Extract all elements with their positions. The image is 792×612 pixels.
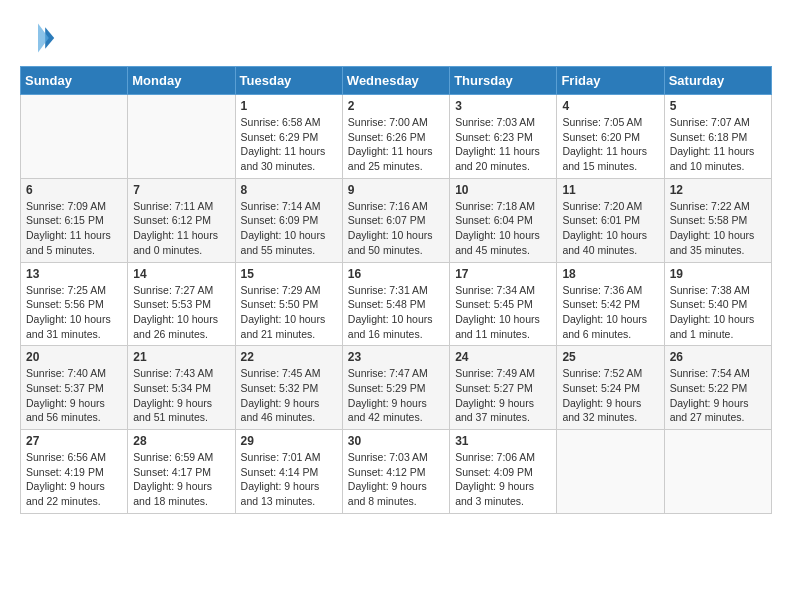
day-number: 7 [133, 183, 229, 197]
day-cell: 15Sunrise: 7:29 AM Sunset: 5:50 PM Dayli… [235, 262, 342, 346]
page-header [20, 20, 772, 56]
day-detail: Sunrise: 7:25 AM Sunset: 5:56 PM Dayligh… [26, 283, 122, 342]
day-cell: 28Sunrise: 6:59 AM Sunset: 4:17 PM Dayli… [128, 430, 235, 514]
day-detail: Sunrise: 7:20 AM Sunset: 6:01 PM Dayligh… [562, 199, 658, 258]
day-cell [557, 430, 664, 514]
day-number: 21 [133, 350, 229, 364]
day-cell: 6Sunrise: 7:09 AM Sunset: 6:15 PM Daylig… [21, 178, 128, 262]
day-cell: 9Sunrise: 7:16 AM Sunset: 6:07 PM Daylig… [342, 178, 449, 262]
header-cell-friday: Friday [557, 67, 664, 95]
day-number: 23 [348, 350, 444, 364]
day-cell: 16Sunrise: 7:31 AM Sunset: 5:48 PM Dayli… [342, 262, 449, 346]
day-cell [664, 430, 771, 514]
week-row-2: 6Sunrise: 7:09 AM Sunset: 6:15 PM Daylig… [21, 178, 772, 262]
week-row-5: 27Sunrise: 6:56 AM Sunset: 4:19 PM Dayli… [21, 430, 772, 514]
day-detail: Sunrise: 7:01 AM Sunset: 4:14 PM Dayligh… [241, 450, 337, 509]
day-detail: Sunrise: 7:27 AM Sunset: 5:53 PM Dayligh… [133, 283, 229, 342]
header-cell-wednesday: Wednesday [342, 67, 449, 95]
day-cell: 8Sunrise: 7:14 AM Sunset: 6:09 PM Daylig… [235, 178, 342, 262]
day-number: 27 [26, 434, 122, 448]
day-cell: 18Sunrise: 7:36 AM Sunset: 5:42 PM Dayli… [557, 262, 664, 346]
day-cell: 4Sunrise: 7:05 AM Sunset: 6:20 PM Daylig… [557, 95, 664, 179]
day-number: 26 [670, 350, 766, 364]
day-detail: Sunrise: 7:05 AM Sunset: 6:20 PM Dayligh… [562, 115, 658, 174]
day-number: 3 [455, 99, 551, 113]
day-detail: Sunrise: 7:38 AM Sunset: 5:40 PM Dayligh… [670, 283, 766, 342]
day-cell: 26Sunrise: 7:54 AM Sunset: 5:22 PM Dayli… [664, 346, 771, 430]
day-cell: 7Sunrise: 7:11 AM Sunset: 6:12 PM Daylig… [128, 178, 235, 262]
day-number: 17 [455, 267, 551, 281]
header-cell-monday: Monday [128, 67, 235, 95]
day-detail: Sunrise: 7:00 AM Sunset: 6:26 PM Dayligh… [348, 115, 444, 174]
day-number: 13 [26, 267, 122, 281]
day-number: 11 [562, 183, 658, 197]
day-detail: Sunrise: 7:54 AM Sunset: 5:22 PM Dayligh… [670, 366, 766, 425]
day-detail: Sunrise: 7:34 AM Sunset: 5:45 PM Dayligh… [455, 283, 551, 342]
day-number: 2 [348, 99, 444, 113]
day-number: 8 [241, 183, 337, 197]
day-detail: Sunrise: 7:31 AM Sunset: 5:48 PM Dayligh… [348, 283, 444, 342]
day-detail: Sunrise: 7:40 AM Sunset: 5:37 PM Dayligh… [26, 366, 122, 425]
day-number: 12 [670, 183, 766, 197]
day-number: 29 [241, 434, 337, 448]
day-number: 22 [241, 350, 337, 364]
day-number: 30 [348, 434, 444, 448]
day-cell [128, 95, 235, 179]
day-cell: 22Sunrise: 7:45 AM Sunset: 5:32 PM Dayli… [235, 346, 342, 430]
header-cell-saturday: Saturday [664, 67, 771, 95]
header-cell-tuesday: Tuesday [235, 67, 342, 95]
day-cell: 30Sunrise: 7:03 AM Sunset: 4:12 PM Dayli… [342, 430, 449, 514]
logo [20, 20, 60, 56]
day-number: 31 [455, 434, 551, 448]
day-number: 4 [562, 99, 658, 113]
day-detail: Sunrise: 7:06 AM Sunset: 4:09 PM Dayligh… [455, 450, 551, 509]
day-number: 5 [670, 99, 766, 113]
calendar-header: SundayMondayTuesdayWednesdayThursdayFrid… [21, 67, 772, 95]
day-detail: Sunrise: 7:14 AM Sunset: 6:09 PM Dayligh… [241, 199, 337, 258]
svg-marker-1 [38, 24, 49, 53]
day-detail: Sunrise: 7:22 AM Sunset: 5:58 PM Dayligh… [670, 199, 766, 258]
day-number: 1 [241, 99, 337, 113]
week-row-4: 20Sunrise: 7:40 AM Sunset: 5:37 PM Dayli… [21, 346, 772, 430]
day-number: 19 [670, 267, 766, 281]
header-row: SundayMondayTuesdayWednesdayThursdayFrid… [21, 67, 772, 95]
day-cell: 2Sunrise: 7:00 AM Sunset: 6:26 PM Daylig… [342, 95, 449, 179]
day-detail: Sunrise: 7:07 AM Sunset: 6:18 PM Dayligh… [670, 115, 766, 174]
day-cell: 5Sunrise: 7:07 AM Sunset: 6:18 PM Daylig… [664, 95, 771, 179]
week-row-3: 13Sunrise: 7:25 AM Sunset: 5:56 PM Dayli… [21, 262, 772, 346]
header-cell-sunday: Sunday [21, 67, 128, 95]
day-cell: 27Sunrise: 6:56 AM Sunset: 4:19 PM Dayli… [21, 430, 128, 514]
day-cell: 25Sunrise: 7:52 AM Sunset: 5:24 PM Dayli… [557, 346, 664, 430]
day-number: 14 [133, 267, 229, 281]
day-detail: Sunrise: 7:09 AM Sunset: 6:15 PM Dayligh… [26, 199, 122, 258]
day-detail: Sunrise: 7:03 AM Sunset: 4:12 PM Dayligh… [348, 450, 444, 509]
day-number: 9 [348, 183, 444, 197]
day-cell: 13Sunrise: 7:25 AM Sunset: 5:56 PM Dayli… [21, 262, 128, 346]
day-cell: 31Sunrise: 7:06 AM Sunset: 4:09 PM Dayli… [450, 430, 557, 514]
day-detail: Sunrise: 7:16 AM Sunset: 6:07 PM Dayligh… [348, 199, 444, 258]
day-detail: Sunrise: 6:59 AM Sunset: 4:17 PM Dayligh… [133, 450, 229, 509]
day-detail: Sunrise: 7:43 AM Sunset: 5:34 PM Dayligh… [133, 366, 229, 425]
day-cell: 23Sunrise: 7:47 AM Sunset: 5:29 PM Dayli… [342, 346, 449, 430]
day-detail: Sunrise: 6:58 AM Sunset: 6:29 PM Dayligh… [241, 115, 337, 174]
week-row-1: 1Sunrise: 6:58 AM Sunset: 6:29 PM Daylig… [21, 95, 772, 179]
day-detail: Sunrise: 7:47 AM Sunset: 5:29 PM Dayligh… [348, 366, 444, 425]
day-number: 24 [455, 350, 551, 364]
day-cell: 12Sunrise: 7:22 AM Sunset: 5:58 PM Dayli… [664, 178, 771, 262]
day-number: 25 [562, 350, 658, 364]
day-cell: 11Sunrise: 7:20 AM Sunset: 6:01 PM Dayli… [557, 178, 664, 262]
day-detail: Sunrise: 7:29 AM Sunset: 5:50 PM Dayligh… [241, 283, 337, 342]
day-detail: Sunrise: 7:18 AM Sunset: 6:04 PM Dayligh… [455, 199, 551, 258]
day-cell: 21Sunrise: 7:43 AM Sunset: 5:34 PM Dayli… [128, 346, 235, 430]
day-detail: Sunrise: 6:56 AM Sunset: 4:19 PM Dayligh… [26, 450, 122, 509]
day-detail: Sunrise: 7:03 AM Sunset: 6:23 PM Dayligh… [455, 115, 551, 174]
day-detail: Sunrise: 7:52 AM Sunset: 5:24 PM Dayligh… [562, 366, 658, 425]
day-number: 28 [133, 434, 229, 448]
day-cell: 19Sunrise: 7:38 AM Sunset: 5:40 PM Dayli… [664, 262, 771, 346]
day-number: 10 [455, 183, 551, 197]
day-cell: 20Sunrise: 7:40 AM Sunset: 5:37 PM Dayli… [21, 346, 128, 430]
day-cell: 24Sunrise: 7:49 AM Sunset: 5:27 PM Dayli… [450, 346, 557, 430]
day-cell: 29Sunrise: 7:01 AM Sunset: 4:14 PM Dayli… [235, 430, 342, 514]
day-detail: Sunrise: 7:11 AM Sunset: 6:12 PM Dayligh… [133, 199, 229, 258]
day-number: 20 [26, 350, 122, 364]
